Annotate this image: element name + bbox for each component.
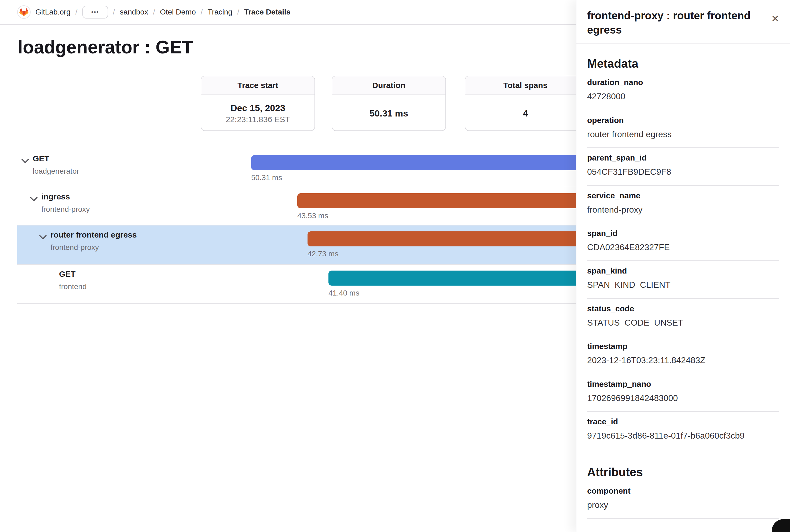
field-key: timestamp (587, 342, 779, 351)
span-service: frontend (59, 282, 87, 291)
field-key: span_id (587, 229, 779, 238)
span-row-router-frontend-egress[interactable]: router frontend egress frontend-proxy 42… (17, 226, 613, 265)
field-key: operation (587, 116, 779, 125)
drawer-header: frontend-proxy : router frontend egress … (576, 0, 790, 44)
trace-start-card: Trace start Dec 15, 2023 22:23:11.836 ES… (201, 76, 315, 131)
span-operation: GET (33, 154, 50, 163)
field-value: SPAN_KIND_CLIENT (587, 280, 779, 290)
metadata-field: service_name frontend-proxy (587, 186, 779, 223)
field-value: proxy (587, 500, 779, 510)
chevron-down-icon[interactable] (39, 232, 47, 240)
drawer-title: frontend-proxy : router frontend egress (587, 8, 764, 37)
span-row-get-loadgenerator[interactable]: GET loadgenerator 50.31 ms (17, 149, 613, 187)
attributes-heading: Attributes (587, 466, 779, 479)
chevron-down-icon[interactable] (30, 194, 38, 201)
field-key: parent_span_id (587, 153, 779, 163)
metadata-field: span_kind SPAN_KIND_CLIENT (587, 261, 779, 299)
breadcrumb-separator: / (237, 8, 239, 16)
duration-card: Duration 50.31 ms (332, 76, 446, 131)
chevron-down-icon[interactable] (21, 156, 29, 163)
span-service: frontend-proxy (51, 243, 99, 252)
metadata-field: timestamp_nano 1702696991842483000 (587, 374, 779, 412)
span-row-ingress-frontend-proxy[interactable]: ingress frontend-proxy 43.53 ms (17, 187, 613, 226)
breadcrumb-item-tracing[interactable]: Tracing (208, 8, 232, 16)
trace-start-time: 22:23:11.836 EST (226, 115, 290, 124)
attribute-field: component proxy (587, 481, 779, 518)
field-value: 1702696991842483000 (587, 393, 779, 403)
breadcrumb: GitLab.org / ••• / sandbox / Otel Demo /… (0, 0, 576, 25)
breadcrumb-item-gitlab-org[interactable]: GitLab.org (35, 8, 71, 16)
field-value: frontend-proxy (587, 205, 779, 215)
trace-waterfall: GET loadgenerator 50.31 ms ingress front… (17, 149, 613, 304)
breadcrumb-item-trace-details: Trace Details (244, 8, 291, 16)
span-duration-bar[interactable] (251, 155, 613, 170)
span-row-get-frontend[interactable]: GET frontend 41.40 ms (17, 265, 613, 304)
breadcrumb-separator: / (75, 8, 78, 16)
field-key: status_code (587, 304, 779, 313)
span-duration-label: 43.53 ms (297, 211, 328, 220)
field-value: 2023-12-16T03:23:11.842483Z (587, 355, 779, 365)
metadata-field: timestamp 2023-12-16T03:23:11.842483Z (587, 336, 779, 374)
span-duration-label: 42.73 ms (308, 250, 339, 258)
metadata-field: status_code STATUS_CODE_UNSET (587, 299, 779, 336)
total-spans-card-label: Total spans (465, 76, 585, 95)
total-spans-card: Total spans 4 (465, 76, 586, 131)
field-key: component (587, 487, 779, 495)
span-duration-bar[interactable] (328, 270, 613, 286)
breadcrumb-item-otel-demo[interactable]: Otel Demo (160, 8, 196, 16)
total-spans-value: 4 (523, 108, 528, 119)
field-key: timestamp_nano (587, 380, 779, 389)
metadata-field: trace_id 9719c615-3d86-811e-01f7-b6a060c… (587, 412, 779, 449)
span-service: frontend-proxy (41, 205, 90, 214)
metadata-field: duration_nano 42728000 (587, 73, 779, 110)
trace-details-page: GitLab.org / ••• / sandbox / Otel Demo /… (0, 0, 790, 532)
trace-start-date: Dec 15, 2023 (231, 103, 285, 113)
field-key: service_name (587, 191, 779, 200)
field-value: 42728000 (587, 91, 779, 101)
span-operation: router frontend egress (51, 230, 137, 240)
field-key: trace_id (587, 417, 779, 426)
breadcrumb-item-sandbox[interactable]: sandbox (120, 8, 148, 16)
span-operation: ingress (41, 192, 70, 201)
close-icon[interactable]: ✕ (769, 12, 782, 26)
drawer-body: Metadata duration_nano 42728000 operatio… (576, 57, 790, 518)
field-key: duration_nano (587, 78, 779, 87)
field-key: span_kind (587, 266, 779, 276)
trace-start-card-label: Trace start (201, 76, 314, 95)
span-details-drawer: frontend-proxy : router frontend egress … (576, 0, 790, 532)
gitlab-logo-icon[interactable] (17, 5, 31, 19)
field-value: CDA02364E82327FE (587, 242, 779, 252)
span-duration-label: 41.40 ms (328, 289, 359, 298)
breadcrumb-separator: / (153, 8, 155, 16)
duration-value: 50.31 ms (369, 108, 408, 119)
field-value: 054CF31FB9DEC9F8 (587, 167, 779, 177)
metadata-heading: Metadata (587, 57, 779, 70)
span-duration-label: 50.31 ms (251, 173, 282, 182)
metadata-field: operation router frontend egress (587, 110, 779, 148)
field-value: 9719c615-3d86-811e-01f7-b6a060cf3cb9 (587, 431, 779, 441)
span-duration-bar[interactable] (297, 193, 613, 208)
duration-card-label: Duration (332, 76, 445, 95)
breadcrumb-ellipsis-button[interactable]: ••• (82, 6, 108, 19)
field-value: STATUS_CODE_UNSET (587, 318, 779, 328)
span-duration-bar[interactable] (308, 231, 613, 246)
metadata-field: parent_span_id 054CF31FB9DEC9F8 (587, 148, 779, 186)
breadcrumb-separator: / (113, 8, 115, 16)
breadcrumb-separator: / (201, 8, 203, 16)
span-operation: GET (59, 269, 76, 279)
span-service: loadgenerator (33, 167, 79, 175)
field-value: router frontend egress (587, 129, 779, 139)
page-title: loadgenerator : GET (18, 37, 193, 57)
metadata-field: span_id CDA02364E82327FE (587, 223, 779, 261)
